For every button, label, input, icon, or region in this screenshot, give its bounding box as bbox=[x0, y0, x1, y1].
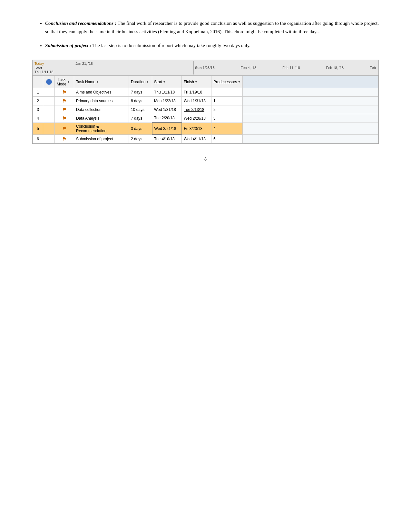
row-num: 3 bbox=[33, 105, 43, 114]
jan21-label: Jan 21, '18 bbox=[75, 62, 93, 65]
th-duration: Duration ▼ bbox=[129, 76, 152, 88]
bullet-item-submission: Submission of project : The last step is… bbox=[45, 42, 379, 50]
row-info-cell bbox=[43, 134, 55, 143]
timeline-date-3: Feb 18, '18 bbox=[326, 66, 344, 70]
timeline-date-2: Feb 11, '18 bbox=[282, 66, 300, 70]
th-start: Start ▼ bbox=[152, 76, 182, 88]
page-number: 8 bbox=[32, 157, 379, 162]
row-num: 5 bbox=[33, 123, 43, 134]
th-gantt bbox=[243, 76, 378, 88]
conclusion-label: Conclusion and recommendations : bbox=[45, 21, 116, 26]
row-info-cell bbox=[43, 123, 55, 134]
gantt-timeline-header: Sun 1/28/18 Feb 4, '18 Feb 11, '18 Feb 1… bbox=[194, 65, 378, 70]
row-duration: 8 days bbox=[129, 96, 152, 105]
today-label: Today bbox=[34, 62, 44, 65]
row-gantt-bar bbox=[243, 123, 378, 134]
th-pred: Predecessors ▼ bbox=[211, 76, 243, 88]
task-mode-icon: ⚑ bbox=[62, 98, 66, 103]
finish-dropdown-arrow[interactable]: ▼ bbox=[195, 80, 198, 84]
row-task-name: Data collection bbox=[74, 105, 129, 114]
row-task-name: Aims and Objectives bbox=[74, 88, 129, 96]
row-info-cell bbox=[43, 96, 55, 105]
table-row: 3⚑Data collection10 daysWed 1/31/18Tue 2… bbox=[33, 105, 378, 114]
start-dropdown-arrow[interactable]: ▼ bbox=[163, 80, 166, 84]
table-row: 4⚑Data Analysis7 daysTue 2/20/18Wed 2/28… bbox=[33, 114, 378, 123]
row-task-mode: ⚑ bbox=[55, 114, 74, 123]
row-predecessors bbox=[211, 88, 243, 96]
row-gantt-bar bbox=[243, 88, 378, 96]
mode-dropdown-arrow[interactable]: ▼ bbox=[67, 80, 70, 84]
row-duration: 2 days bbox=[129, 134, 152, 143]
duration-dropdown-arrow[interactable]: ▼ bbox=[146, 80, 149, 84]
row-info-cell bbox=[43, 105, 55, 114]
row-finish: Wed 4/11/18 bbox=[182, 134, 211, 143]
table-header-row: i TaskMode ▼ Task Name ▼ Durati bbox=[33, 76, 378, 88]
task-mode-icon: ⚑ bbox=[62, 126, 66, 131]
row-task-name: Conclusion & Recommendation bbox=[74, 123, 129, 134]
table-row: 6⚑Submission of project2 daysTue 4/10/18… bbox=[33, 134, 378, 143]
th-num bbox=[33, 76, 43, 88]
th-duration-label: Duration bbox=[131, 80, 145, 84]
row-num: 6 bbox=[33, 134, 43, 143]
row-finish: Wed 2/28/18 bbox=[182, 114, 211, 123]
table-row: 1⚑Aims and Objectives7 daysThu 1/11/18Fr… bbox=[33, 88, 378, 96]
row-task-mode: ⚑ bbox=[55, 96, 74, 105]
gantt-left-header: Today Jan 21, '18 Start Thu 1/11/18 bbox=[33, 61, 194, 74]
th-pred-label: Predecessors bbox=[213, 80, 237, 84]
th-info: i bbox=[43, 76, 55, 88]
row-predecessors: 3 bbox=[211, 114, 243, 123]
th-mode-label: TaskMode bbox=[57, 77, 66, 86]
row-predecessors: 2 bbox=[211, 105, 243, 114]
row-task-name: Submission of project bbox=[74, 134, 129, 143]
row-predecessors: 4 bbox=[211, 123, 243, 134]
row-gantt-bar bbox=[243, 114, 378, 123]
th-finish: Finish ▼ bbox=[182, 76, 211, 88]
gantt-table: i TaskMode ▼ Task Name ▼ Durati bbox=[33, 76, 378, 143]
row-finish: Fri 1/19/18 bbox=[182, 88, 211, 96]
row-gantt-bar bbox=[243, 96, 378, 105]
row-start: Wed 3/21/18 bbox=[152, 123, 182, 134]
table-row: 5⚑Conclusion & Recommendation3 daysWed 3… bbox=[33, 123, 378, 134]
taskname-dropdown-arrow[interactable]: ▼ bbox=[96, 80, 99, 84]
timeline-date-4: Feb bbox=[370, 66, 376, 70]
th-mode: TaskMode ▼ bbox=[55, 76, 74, 88]
bullet-item-conclusion: Conclusion and recommendations : The fin… bbox=[45, 19, 379, 36]
th-taskname: Task Name ▼ bbox=[74, 76, 129, 88]
th-finish-label: Finish bbox=[184, 80, 194, 84]
task-mode-icon: ⚑ bbox=[62, 89, 66, 95]
row-info-cell bbox=[43, 88, 55, 96]
task-mode-icon: ⚑ bbox=[62, 115, 66, 121]
row-predecessors: 5 bbox=[211, 134, 243, 143]
row-task-mode: ⚑ bbox=[55, 123, 74, 134]
row-gantt-bar bbox=[243, 105, 378, 114]
row-start: Mon 1/22/18 bbox=[152, 96, 182, 105]
row-num: 4 bbox=[33, 114, 43, 123]
start-date: Thu 1/11/18 bbox=[34, 70, 191, 74]
row-start: Wed 1/31/18 bbox=[152, 105, 182, 114]
row-info-cell bbox=[43, 114, 55, 123]
row-task-mode: ⚑ bbox=[55, 134, 74, 143]
row-duration: 3 days bbox=[129, 123, 152, 134]
row-task-name: Data Analysis bbox=[74, 114, 129, 123]
row-finish-underline: Tue 2/13/18 bbox=[184, 107, 204, 112]
start-label: Start bbox=[34, 66, 42, 70]
row-duration: 7 days bbox=[129, 88, 152, 96]
row-start: Tue 2/20/18 bbox=[152, 114, 182, 123]
row-task-mode: ⚑ bbox=[55, 88, 74, 96]
submission-label: Submission of project : bbox=[45, 43, 91, 48]
table-row: 2⚑Primary data sources8 daysMon 1/22/18W… bbox=[33, 96, 378, 105]
gantt-container: Today Jan 21, '18 Start Thu 1/11/18 Sun … bbox=[32, 60, 379, 144]
gantt-header-bar: Today Jan 21, '18 Start Thu 1/11/18 Sun … bbox=[33, 60, 378, 76]
task-mode-icon: ⚑ bbox=[62, 136, 66, 142]
row-duration: 7 days bbox=[129, 114, 152, 123]
row-num: 1 bbox=[33, 88, 43, 96]
row-start: Tue 4/10/18 bbox=[152, 134, 182, 143]
row-finish: Tue 2/13/18 bbox=[182, 105, 211, 114]
bullet-list: Conclusion and recommendations : The fin… bbox=[32, 19, 379, 50]
timeline-date-1: Feb 4, '18 bbox=[240, 66, 256, 70]
timeline-date-0: Sun 1/28/18 bbox=[195, 66, 215, 70]
submission-text: The last step is to do submission of rep… bbox=[91, 43, 250, 48]
row-task-name: Primary data sources bbox=[74, 96, 129, 105]
start-info: Start bbox=[34, 66, 191, 70]
pred-dropdown-arrow[interactable]: ▼ bbox=[238, 80, 240, 84]
